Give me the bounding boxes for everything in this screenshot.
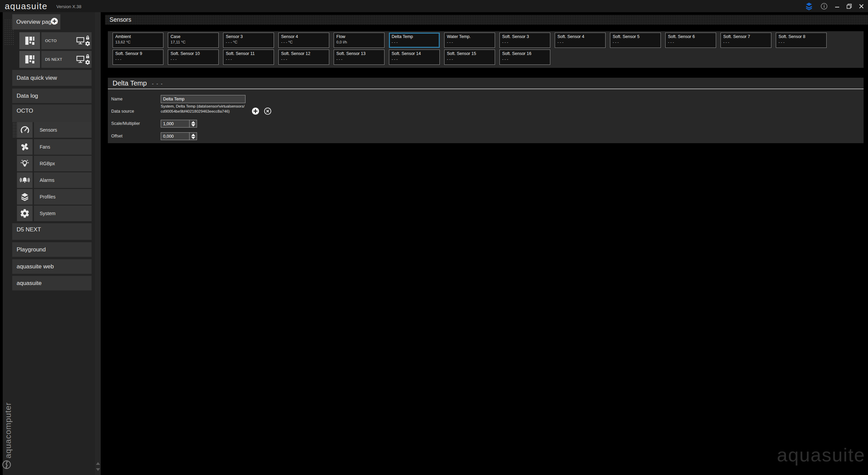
sensor-tile-delta-temp-selected[interactable]: Delta Temp - - - [389, 33, 440, 48]
step-down-arrow[interactable] [191, 124, 195, 127]
sensor-tile-soft-sensor-7[interactable]: Soft. Sensor 7 - - - [721, 33, 771, 48]
data-source-value: System, Delta Temp (data\sensor\virtuals… [161, 104, 244, 114]
sidebar-item-sensors[interactable]: Sensors [34, 122, 92, 138]
monitor-icon[interactable] [76, 37, 85, 45]
drag-handle-dots[interactable] [13, 122, 17, 138]
tiles-row-2: Soft. Sensor 9 - - - Soft. Sensor 10 - -… [113, 50, 864, 65]
sidebar-item-aquasuite-web[interactable]: aquasuite web [12, 259, 92, 274]
step-down-arrow[interactable] [191, 137, 195, 139]
sensor-tile-sensor-3[interactable]: Sensor 3 - - - °C [223, 33, 274, 48]
sensor-tile-soft-sensor-6[interactable]: Soft. Sensor 6 - - - [665, 33, 716, 48]
monitor-icon[interactable] [76, 55, 85, 63]
sensor-tile-soft-sensor-9[interactable]: Soft. Sensor 9 - - - [113, 50, 163, 65]
titlebar: aquasuite Version X.38 [0, 0, 868, 12]
fans-icon-box[interactable] [17, 139, 33, 155]
add-data-source-button[interactable] [252, 107, 259, 116]
name-input[interactable] [161, 95, 245, 103]
dashboard-grid-icon [24, 54, 35, 64]
sidebar-item-label: Data log [17, 93, 38, 99]
sensor-tile-soft-sensor-16[interactable]: Soft. Sensor 16 - - - [499, 50, 550, 65]
sensor-tile-soft-sensor-3[interactable]: Soft. Sensor 3 - - - [499, 33, 550, 48]
sidebar-scrollbar[interactable] [95, 12, 101, 475]
sensor-tile-case[interactable]: Case 17,11 °C [168, 33, 219, 48]
sidebar-item-rgbpx[interactable]: RGBpx [34, 156, 92, 171]
sidebar-item-data-log[interactable]: Data log [12, 89, 92, 103]
detail-title: Delta Temp [113, 79, 147, 87]
alarms-icon-box[interactable] [17, 172, 33, 188]
sidebar-item-data-quick-view[interactable]: Data quick view [12, 70, 92, 86]
sidebar-section-label: OCTO [17, 108, 33, 114]
sensor-tile-water-temp[interactable]: Water Temp. - - - [444, 33, 495, 48]
lock-icon[interactable] [85, 54, 90, 59]
aquacomputer-logo-icon [2, 460, 11, 471]
sidebar-item-label: Sensors [40, 127, 57, 133]
sensor-tile-soft-sensor-15[interactable]: Soft. Sensor 15 - - - [444, 50, 495, 65]
sidebar-item-label: Playground [17, 246, 46, 253]
sensor-tile-soft-sensor-5[interactable]: Soft. Sensor 5 - - - [610, 33, 661, 48]
overview-page-label: D5 NEXT [45, 57, 62, 61]
overview-page-label: OCTO [45, 39, 57, 43]
sidebar-item-system[interactable]: System [34, 206, 92, 221]
gear-icon [20, 208, 30, 218]
app-version: Version X.38 [56, 4, 81, 9]
sidebar-item-fans[interactable]: Fans [34, 139, 92, 155]
sensor-tile-soft-sensor-12[interactable]: Soft. Sensor 12 - - - [278, 50, 329, 65]
lock-icon[interactable] [85, 35, 90, 40]
gauge-icon [20, 125, 30, 135]
stepper-arrows[interactable] [189, 120, 197, 127]
sidebar-section-d5next[interactable]: D5 NEXT [12, 223, 92, 240]
layers-status-icon[interactable] [805, 2, 813, 11]
sensor-tiles-panel: Ambient 13,62 °C Case 17,11 °C Sensor 3 … [108, 31, 864, 68]
alarm-bell-icon [20, 175, 30, 185]
restore-button[interactable] [847, 4, 852, 9]
sidebar-item-aquasuite[interactable]: aquasuite [12, 276, 92, 290]
sensor-tile-soft-sensor-14[interactable]: Soft. Sensor 14 - - - [389, 50, 440, 65]
gear-icon[interactable] [85, 41, 91, 46]
sensor-tile-soft-sensor-4[interactable]: Soft. Sensor 4 - - - [555, 33, 606, 48]
sensors-icon-box[interactable] [17, 122, 33, 138]
sensor-tile-flow[interactable]: Flow 0,0 l/h [334, 33, 384, 48]
sidebar-item-label: aquasuite [17, 280, 42, 287]
overview-page-thumbnail-d5next[interactable] [19, 51, 40, 68]
aquasuite-watermark: aquasuite [777, 444, 865, 466]
sidebar-item-label: Fans [40, 144, 50, 150]
sidebar-section-label: D5 NEXT [17, 226, 41, 233]
close-button[interactable] [859, 4, 864, 9]
system-icon-box[interactable] [17, 206, 33, 221]
sensor-tile-soft-sensor-8[interactable]: Soft. Sensor 8 - - - [776, 33, 827, 48]
sidebar-section-octo[interactable]: OCTO [12, 104, 92, 122]
scale-multiplier-value: 1,000 [161, 120, 189, 127]
profiles-icon-box[interactable] [17, 189, 33, 205]
separator [108, 89, 864, 89]
sidebar-item-alarms[interactable]: Alarms [34, 172, 92, 188]
dashboard-grid-icon [24, 36, 35, 46]
sidebar-item-profiles[interactable]: Profiles [34, 189, 92, 205]
sensor-tile-soft-sensor-10[interactable]: Soft. Sensor 10 - - - [168, 50, 219, 65]
sensor-tile-soft-sensor-11[interactable]: Soft. Sensor 11 - - - [223, 50, 274, 65]
scale-multiplier-stepper[interactable]: 1,000 [161, 120, 197, 128]
minimize-button[interactable] [835, 4, 840, 8]
step-up-arrow[interactable] [191, 121, 195, 124]
offset-stepper[interactable]: 0,000 [161, 132, 197, 140]
remove-data-source-button[interactable] [264, 107, 272, 116]
sidebar-item-overview-octo[interactable]: OCTO [41, 32, 92, 49]
sensor-tile-sensor-4[interactable]: Sensor 4 - - - °C [278, 33, 329, 48]
scroll-up-arrow[interactable] [96, 462, 100, 465]
sidebar-item-playground[interactable]: Playground [12, 242, 92, 257]
sidebar-item-overview-d5next[interactable]: D5 NEXT [41, 51, 92, 68]
tiles-row-1: Ambient 13,62 °C Case 17,11 °C Sensor 3 … [113, 33, 864, 48]
rgbpx-icon-box[interactable] [17, 156, 33, 171]
step-up-arrow[interactable] [191, 134, 195, 136]
add-overview-page-button[interactable] [51, 17, 58, 27]
sensor-tile-soft-sensor-13[interactable]: Soft. Sensor 13 - - - [334, 50, 384, 65]
sensor-tile-ambient[interactable]: Ambient 13,62 °C [113, 33, 163, 48]
sidebar-item-label: Alarms [40, 177, 55, 183]
data-source-label: Data source [111, 109, 134, 114]
window-controls [805, 2, 868, 11]
info-icon[interactable] [821, 3, 828, 10]
gear-icon[interactable] [85, 59, 91, 65]
overview-page-thumbnail-octo[interactable] [19, 32, 40, 49]
stepper-arrows[interactable] [189, 133, 197, 140]
page-title: Sensors [110, 16, 131, 23]
scroll-down-arrow[interactable] [96, 468, 100, 471]
